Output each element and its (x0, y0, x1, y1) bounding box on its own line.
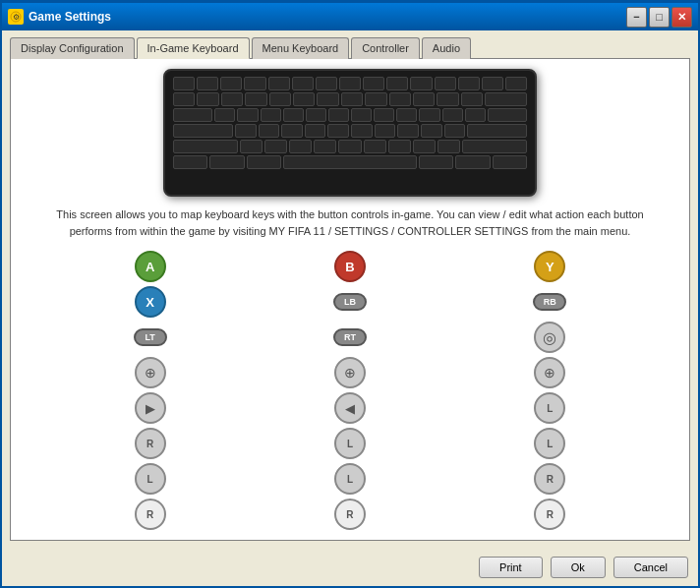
ctrl-item-dpad1[interactable]: ⊕ (50, 357, 250, 388)
ctrl-item-dpad3[interactable]: ⊕ (450, 357, 650, 388)
ctrl-item-l1[interactable]: L (250, 428, 449, 459)
ctrl-item-l4[interactable]: L (250, 463, 449, 495)
title-bar-left: ⚙ Game Settings (8, 9, 111, 25)
minimize-button[interactable]: − (626, 7, 647, 28)
title-bar: ⚙ Game Settings − □ ✕ (2, 3, 698, 30)
description-line1: This screen allows you to map keyboard k… (56, 208, 643, 220)
footer: Print Ok Cancel (2, 549, 698, 586)
keyboard-image (163, 69, 537, 197)
ctrl-item-y[interactable]: Y (450, 251, 650, 282)
ctrl-item-rb[interactable]: RB (450, 286, 650, 318)
cancel-button[interactable]: Cancel (613, 557, 688, 578)
ctrl-item-x[interactable]: X (50, 286, 250, 318)
print-button[interactable]: Print (479, 557, 543, 578)
window-title: Game Settings (29, 10, 111, 24)
ctrl-item-play[interactable]: ▶ (50, 392, 250, 424)
tab-controller[interactable]: Controller (351, 37, 420, 59)
maximize-button[interactable]: □ (649, 7, 670, 28)
content-area: This screen allows you to map keyboard k… (10, 58, 690, 541)
keyboard-image-container (21, 69, 679, 197)
tab-bar: Display Configuration In-Game Keyboard M… (2, 30, 698, 58)
ctrl-item-r4[interactable]: R (250, 499, 449, 530)
ctrl-item-lb[interactable]: LB (250, 286, 449, 318)
ctrl-item-r3[interactable]: R (50, 499, 250, 530)
ctrl-item-l-stick[interactable]: L (450, 392, 650, 424)
ctrl-item-back[interactable]: ◀ (250, 392, 449, 424)
controller-button-grid: A B Y X LB (21, 251, 679, 530)
ctrl-item-a[interactable]: A (50, 251, 250, 282)
description-line2: performs from within the game by visitin… (70, 225, 631, 237)
tab-display-configuration[interactable]: Display Configuration (10, 37, 135, 59)
ctrl-item-lt[interactable]: LT (50, 322, 250, 353)
tab-menu-keyboard[interactable]: Menu Keyboard (252, 37, 350, 59)
ok-button[interactable]: Ok (551, 557, 606, 578)
ctrl-item-r2[interactable]: R (450, 463, 650, 495)
ctrl-item-l2[interactable]: L (450, 428, 650, 459)
ctrl-item-hat[interactable]: ◎ (450, 322, 650, 353)
svg-text:⚙: ⚙ (13, 13, 20, 22)
tab-audio[interactable]: Audio (422, 37, 471, 59)
ctrl-item-r1[interactable]: R (50, 428, 250, 459)
close-button[interactable]: ✕ (671, 7, 692, 28)
ctrl-item-dpad2[interactable]: ⊕ (250, 357, 449, 388)
ctrl-item-rt[interactable]: RT (250, 322, 449, 353)
window-icon: ⚙ (8, 9, 24, 25)
ctrl-item-b[interactable]: B (250, 251, 449, 282)
title-buttons: − □ ✕ (626, 7, 692, 28)
description-text: This screen allows you to map keyboard k… (21, 206, 679, 239)
ctrl-item-r5[interactable]: R (450, 499, 650, 530)
keyboard-keys (173, 77, 527, 187)
game-settings-window: ⚙ Game Settings − □ ✕ Display Configurat… (0, 0, 700, 588)
ctrl-item-l3[interactable]: L (50, 463, 250, 495)
tab-ingame-keyboard[interactable]: In-Game Keyboard (137, 37, 250, 59)
